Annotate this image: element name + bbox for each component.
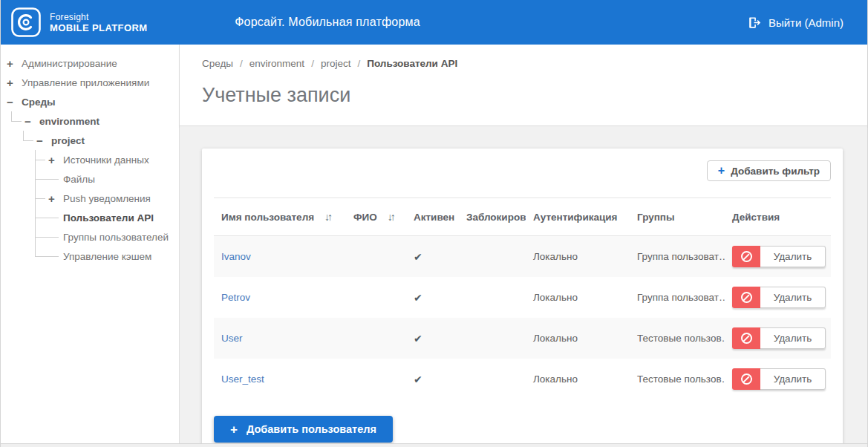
blocked-cell	[459, 236, 526, 278]
auth-cell: Локально	[526, 318, 630, 359]
collapse-minus-icon[interactable]: −	[25, 115, 36, 128]
sidebar-item-project[interactable]: − project	[23, 131, 179, 150]
check-icon: ✔	[414, 373, 422, 385]
column-header-blocked: Заблокирован	[459, 198, 526, 236]
column-header-active: Активен	[406, 198, 459, 236]
sidebar-item-label: Push уведомления	[63, 193, 151, 204]
username-link[interactable]: Petrov	[221, 292, 250, 303]
sidebar-item-administration[interactable]: + Администрирование	[7, 53, 179, 73]
table-row: Ivanov ✔ Локально Группа пользоват… Удал…	[214, 236, 831, 278]
prohibition-icon	[741, 373, 752, 385]
check-icon: ✔	[414, 292, 422, 304]
column-header-groups: Группы	[630, 198, 725, 236]
blocked-cell	[459, 318, 526, 359]
breadcrumb: Среды / environment / project / Пользова…	[202, 58, 867, 69]
plus-icon: +	[718, 165, 725, 177]
table-row: User_test ✔ Локально Тестовые пользов… У…	[214, 359, 831, 399]
groups-cell: Группа пользоват…	[630, 236, 725, 278]
sidebar-item-cache-management[interactable]: Управление кэшем	[35, 247, 179, 266]
collapse-minus-icon[interactable]: −	[36, 134, 48, 147]
delete-label: Удалить	[760, 246, 826, 267]
sidebar-item-label: Среды	[22, 97, 56, 108]
username-link[interactable]: Ivanov	[221, 251, 251, 262]
sidebar-item-label: Группы пользователей	[63, 232, 169, 243]
breadcrumb-separator: /	[357, 58, 360, 69]
fio-cell	[346, 318, 406, 359]
sidebar-item-label: Администрирование	[22, 58, 117, 69]
app-window: Foresight MOBILE PLATFORM Форсайт. Мобил…	[0, 0, 868, 447]
column-header-auth: Аутентификация	[526, 198, 630, 236]
add-user-button[interactable]: + Добавить пользователя	[214, 416, 393, 443]
delete-icon-box	[732, 246, 760, 267]
app-title: Форсайт. Мобильная платформа	[235, 16, 420, 29]
sidebar-item-files[interactable]: Файлы	[35, 169, 179, 189]
groups-cell: Группа пользоват…	[630, 277, 725, 318]
breadcrumb-environment[interactable]: environment	[249, 58, 304, 69]
column-header-username[interactable]: Имя пользователя↓↑	[214, 198, 346, 236]
foresight-logo-icon	[11, 7, 41, 37]
delete-label: Удалить	[760, 368, 826, 390]
delete-user-button[interactable]: Удалить	[732, 287, 826, 308]
blocked-cell	[459, 277, 526, 318]
breadcrumb-environments[interactable]: Среды	[202, 58, 233, 69]
table-row: Petrov ✔ Локально Группа пользоват… Удал…	[214, 277, 831, 318]
sidebar-item-environment[interactable]: − environment	[11, 111, 179, 131]
auth-cell: Локально	[526, 236, 630, 278]
sidebar-item-user-groups[interactable]: Группы пользователей	[35, 227, 179, 247]
fio-cell	[346, 236, 406, 278]
logout-icon	[747, 16, 761, 30]
top-header-bar: Foresight MOBILE PLATFORM Форсайт. Мобил…	[1, 0, 867, 45]
brand-text: Foresight MOBILE PLATFORM	[50, 12, 147, 33]
delete-user-button[interactable]: Удалить	[732, 246, 826, 267]
breadcrumb-project[interactable]: project	[321, 58, 351, 69]
expand-plus-icon[interactable]: +	[7, 76, 19, 89]
delete-user-button[interactable]: Удалить	[732, 368, 826, 390]
fio-cell	[346, 277, 406, 318]
expand-plus-icon[interactable]: +	[48, 154, 60, 166]
prohibition-icon	[741, 292, 752, 303]
sort-icon[interactable]: ↓↑	[388, 211, 394, 223]
sidebar-item-label: Управление приложениями	[22, 77, 149, 88]
column-label: ФИО	[353, 212, 377, 223]
sort-icon[interactable]: ↓↑	[324, 211, 330, 223]
sidebar-item-data-sources[interactable]: + Источники данных	[35, 150, 179, 169]
expand-plus-icon[interactable]: +	[7, 57, 19, 70]
sidebar-item-label: Файлы	[63, 174, 95, 185]
sidebar-item-push-notifications[interactable]: + Push уведомления	[35, 189, 179, 208]
delete-user-button[interactable]: Удалить	[732, 327, 826, 349]
check-icon: ✔	[414, 251, 422, 263]
sidebar-item-environments[interactable]: − Среды	[7, 92, 179, 111]
breadcrumb-separator: /	[240, 58, 243, 69]
table-header-row: Имя пользователя↓↑ ФИО↓↑ Активен Заблоки…	[214, 198, 831, 236]
auth-cell: Локально	[526, 277, 630, 318]
sidebar-item-label: environment	[39, 116, 99, 127]
delete-label: Удалить	[760, 287, 826, 308]
auth-cell: Локально	[526, 359, 630, 399]
navigation-tree-sidebar: + Администрирование + Управление приложе…	[1, 45, 180, 443]
groups-cell: Тестовые пользов…	[630, 318, 725, 359]
check-icon: ✔	[414, 333, 422, 345]
breadcrumb-api-users: Пользователи API	[367, 58, 457, 69]
delete-label: Удалить	[760, 327, 826, 349]
users-table: Имя пользователя↓↑ ФИО↓↑ Активен Заблоки…	[214, 198, 831, 399]
logout-button[interactable]: Выйти (Admin)	[747, 16, 867, 30]
collapse-minus-icon[interactable]: −	[7, 96, 19, 108]
page-body: + Добавить фильтр Имя пользоват	[180, 126, 867, 447]
add-filter-label: Добавить фильтр	[731, 166, 820, 177]
brand-logo-block: Foresight MOBILE PLATFORM	[1, 7, 147, 37]
username-link[interactable]: User	[221, 333, 243, 344]
sidebar-item-label: Пользователи API	[63, 212, 154, 224]
column-header-fio[interactable]: ФИО↓↑	[346, 198, 406, 236]
sidebar-item-label: Источники данных	[63, 154, 149, 166]
column-label: Имя пользователя	[221, 212, 314, 223]
expand-plus-icon[interactable]: +	[48, 192, 60, 205]
add-filter-button[interactable]: + Добавить фильтр	[707, 160, 831, 181]
page-title: Учетные записи	[202, 84, 867, 107]
sidebar-item-api-users[interactable]: Пользователи API	[35, 208, 179, 227]
table-row: User ✔ Локально Тестовые пользов… Удалит…	[214, 318, 831, 359]
username-link[interactable]: User_test	[221, 373, 264, 385]
sidebar-item-app-management[interactable]: + Управление приложениями	[7, 73, 179, 92]
prohibition-icon	[741, 251, 752, 262]
groups-cell: Тестовые пользов…	[630, 359, 725, 399]
prohibition-icon	[741, 333, 752, 344]
